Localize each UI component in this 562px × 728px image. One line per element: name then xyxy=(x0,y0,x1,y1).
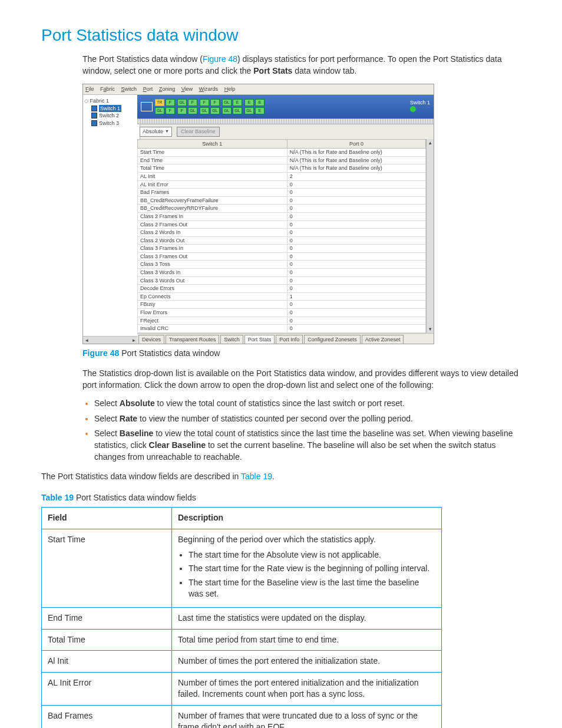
cell-value: N/A (This is for Rate and Baseline only) xyxy=(287,149,426,157)
list-item: Select Rate to view the number of statis… xyxy=(94,413,521,425)
cell-value: 0 xyxy=(287,285,426,293)
tree-item-label: Switch 2 xyxy=(99,112,119,120)
menu-wizards[interactable]: Wizards xyxy=(199,86,219,92)
cell-name: Class 3 Words In xyxy=(138,269,287,277)
cell-value: 2 xyxy=(287,172,426,180)
table-row: Bad Frames0 xyxy=(138,189,426,197)
text: data window tab. xyxy=(292,66,356,75)
table-label: Table 19 xyxy=(41,493,74,502)
cell-name: Class 3 Frames Out xyxy=(138,252,287,261)
bold: Absolute xyxy=(120,398,155,408)
dropdown-value: Absolute xyxy=(143,128,163,136)
cell-name: AL Init Error xyxy=(138,180,287,189)
list-item: Select Baseline to view the total count … xyxy=(94,428,521,463)
paragraph: The Statistics drop-down list is availab… xyxy=(82,368,521,391)
tree-scrollbar[interactable]: ◂▸ xyxy=(83,336,137,344)
menu-file[interactable]: File xyxy=(85,86,94,92)
text: The Port Statistics data window ( xyxy=(82,54,203,64)
splitter[interactable] xyxy=(137,118,434,124)
bullet-list: Select Absolute to view the total count … xyxy=(82,398,521,463)
tab-transparent-routes[interactable]: Transparent Routes xyxy=(166,335,219,344)
table-row: Class 3 Toss0 xyxy=(138,261,426,269)
cell-name: Invalid CRC xyxy=(138,325,287,333)
col-header[interactable]: Switch 1 xyxy=(138,139,287,149)
cell-value: 0 xyxy=(287,261,426,269)
cell-value: 0 xyxy=(287,180,426,189)
table-row: Class 2 Words In0 xyxy=(138,229,426,237)
scrollbar[interactable]: ▴ ▾ xyxy=(426,139,434,333)
field-name: AL Init Error xyxy=(42,672,172,705)
cell-value: 0 xyxy=(287,220,426,229)
field-name: Bad Frames xyxy=(42,705,172,728)
bold: Port Stats xyxy=(253,66,292,75)
stats-mode-dropdown[interactable]: Absolute▼ xyxy=(140,127,172,137)
table-caption-text: Port Statistics data window fields xyxy=(74,493,196,502)
bold: Clear Baseline xyxy=(149,440,206,450)
figure-text: Port Statistics data window xyxy=(119,348,220,358)
table-row: End TimeN/A (This is for Rate and Baseli… xyxy=(138,156,426,164)
table-row: Total TimeN/A (This is for Rate and Base… xyxy=(138,164,426,173)
menu-zoning[interactable]: Zoning xyxy=(159,86,176,92)
text: Select xyxy=(94,398,120,408)
list-item: Select Absolute to view the total count … xyxy=(94,398,521,410)
chevron-down-icon: ▼ xyxy=(165,129,169,134)
cell-value: 0 xyxy=(287,269,426,277)
tab-devices[interactable]: Devices xyxy=(138,335,164,344)
tree-root[interactable]: Fabric 1 xyxy=(84,97,138,105)
tree-item-switch2[interactable]: Switch 2 xyxy=(91,112,138,120)
cell-name: Total Time xyxy=(138,164,287,173)
cell-value: 0 xyxy=(287,301,426,309)
cell-value: 0 xyxy=(287,309,426,317)
text: Select xyxy=(94,414,120,423)
data-window-tabs: DevicesTransparent RoutesSwitchPort Stat… xyxy=(137,333,434,344)
cell-name: End Time xyxy=(138,156,287,164)
tree-item-switch1[interactable]: Switch 1 xyxy=(91,105,138,113)
menu-help[interactable]: Help xyxy=(224,86,236,92)
status-dot-icon xyxy=(410,106,416,112)
menu-fabric[interactable]: Fabric xyxy=(100,86,115,92)
tab-port-stats[interactable]: Port Stats xyxy=(244,335,275,344)
table-row: Class 3 Words In0 xyxy=(138,269,426,277)
menu-port[interactable]: Port xyxy=(143,86,153,92)
cell-name: AL Init xyxy=(138,172,287,180)
cell-value: N/A (This is for Rate and Baseline only) xyxy=(287,164,426,173)
table-row: Start TimeBeginning of the period over w… xyxy=(42,529,442,607)
cell-name: FReject xyxy=(138,317,287,325)
table-link[interactable]: Table 19 xyxy=(241,472,272,481)
field-desc: Last time the statistics were updated on… xyxy=(172,607,442,629)
table-row: Start TimeN/A (This is for Rate and Base… xyxy=(138,149,426,157)
menu-switch[interactable]: Switch xyxy=(121,86,137,92)
field-name: Start Time xyxy=(42,529,172,607)
field-desc: Number of times the port entered initial… xyxy=(172,672,442,705)
tab-active-zoneset[interactable]: Active Zoneset xyxy=(362,335,404,344)
list-item: The start time for the Baseline view is … xyxy=(189,577,435,600)
figure-caption: Figure 48 Port Statistics data window xyxy=(82,348,521,360)
table-row: Class 3 Frames Out0 xyxy=(138,252,426,261)
table-row: AL Init Error0 xyxy=(138,180,426,189)
col-header[interactable]: Port 0 xyxy=(287,139,426,149)
table-row: Class 3 Frames In0 xyxy=(138,245,426,253)
cell-value: 0 xyxy=(287,205,426,213)
page-title: Port Statistics data window xyxy=(41,24,521,47)
field-name: Total Time xyxy=(42,629,172,651)
cell-name: Bad Frames xyxy=(138,189,287,197)
table-row: AL Init2 xyxy=(138,172,426,180)
tab-port-info[interactable]: Port Info xyxy=(276,335,303,344)
table-caption: Table 19 Port Statistics data window fie… xyxy=(41,492,521,504)
cell-value: 1 xyxy=(287,292,426,301)
intro-paragraph: The Port Statistics data window (Figure … xyxy=(82,54,521,77)
menubar: File Fabric Switch Port Zoning View Wiza… xyxy=(83,84,434,95)
menu-view[interactable]: View xyxy=(181,86,193,92)
tab-configured-zonesets[interactable]: Configured Zonesets xyxy=(304,335,361,344)
figure-link[interactable]: Figure 48 xyxy=(203,54,237,64)
cell-value: 0 xyxy=(287,196,426,205)
cell-name: Class 3 Frames In xyxy=(138,245,287,253)
cell-name: Class 2 Words In xyxy=(138,229,287,237)
tab-switch[interactable]: Switch xyxy=(220,335,243,344)
table-row: FBusy0 xyxy=(138,301,426,309)
cell-value: 0 xyxy=(287,212,426,220)
clear-baseline-button[interactable]: Clear Baseline xyxy=(177,127,220,137)
table-row: AL Init ErrorNumber of times the port en… xyxy=(42,672,442,705)
tree-item-switch3[interactable]: Switch 3 xyxy=(91,120,138,127)
fields-table: Field Description Start TimeBeginning of… xyxy=(41,507,442,728)
